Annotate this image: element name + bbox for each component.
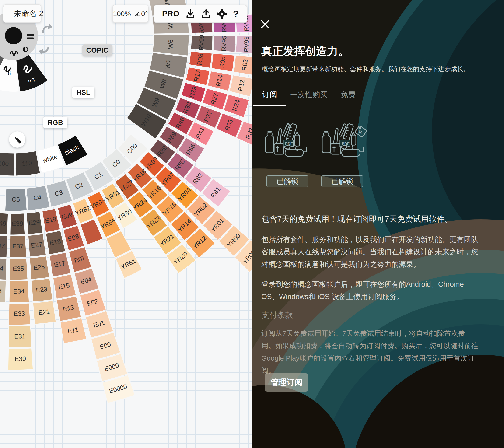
devices-note: 登录到您的概念画板帐户后，即可在您所有的Android、Chrome OS、Wi…: [261, 278, 478, 303]
copic-swatch-label: E27: [31, 241, 43, 249]
copic-swatch-label: E23: [36, 286, 48, 294]
copic-swatch-label: E34: [13, 288, 25, 295]
paywall-tabs: 订阅 一次性购买 免费: [262, 90, 356, 107]
redo-icon[interactable]: [42, 24, 52, 33]
active-brush-wedge[interactable]: [17, 54, 46, 90]
payment-terms-heading: 支付条款: [261, 310, 293, 321]
copic-swatch-label: E49: [0, 220, 6, 227]
import-download-icon[interactable]: [185, 9, 195, 19]
eyedropper-button[interactable]: [9, 131, 25, 148]
zoom-level[interactable]: 100%: [113, 10, 131, 18]
payment-terms-text: 订阅从7天免费试用开始。7天免费试用结束时，将自动扣除首次费用。如果成功扣费，将…: [261, 327, 478, 376]
paywall-title: 真正发挥创造力。: [261, 44, 349, 59]
copic-swatch-label: E31: [14, 333, 26, 340]
tool-wheel[interactable]: 1.68: [0, 11, 52, 90]
copic-swatch-label: W6: [167, 39, 174, 49]
subscription-description: 包括所有套件、服务和功能，以及我们正在开发的新功能。更有团队客服成员真人在线帮您…: [261, 233, 478, 270]
copic-swatch-label: E39: [12, 220, 23, 227]
export-upload-icon[interactable]: [201, 9, 211, 19]
trial-intro-text: 包含7天的免费试用！现在订阅即可7天免费试用软件。: [261, 213, 478, 225]
svg-text:PDF: PDF: [285, 142, 293, 146]
alt-brush-size-label: 8: [8, 70, 11, 76]
art-supplies-sale-illustration: % PDF: [320, 121, 368, 164]
actions-card: PRO: [154, 5, 247, 23]
tab-one-time-purchase[interactable]: 一次性购买: [290, 90, 328, 107]
tab-subscribe[interactable]: 订阅: [253, 90, 286, 107]
pack-illustrations: PDF: [263, 121, 368, 164]
paywall-subtitle: 概念画板定期更新带来新功能、套件和服务。我们在您的支持下进步成长。: [262, 65, 486, 73]
manage-subscription-button[interactable]: 管理订阅: [265, 373, 308, 392]
copic-swatch-label: C4: [33, 194, 42, 202]
tab-free[interactable]: 免费: [341, 90, 356, 107]
pro-badge[interactable]: PRO: [162, 9, 180, 18]
copic-swatch-label: R08: [196, 53, 204, 66]
settings-gear-icon[interactable]: [217, 9, 227, 19]
document-title[interactable]: 未命名 2: [14, 8, 43, 19]
color-mode-copic[interactable]: COPIC: [82, 44, 112, 56]
copic-swatch-label: E33: [14, 310, 25, 317]
paywall-panel: 真正发挥创造力。 概念画板定期更新带来新功能、套件和服务。我们在您的支持下进步成…: [252, 0, 504, 448]
zoom-card: 100% 0°: [112, 5, 149, 23]
copic-swatch-label: 110: [22, 159, 33, 167]
unlock-buttons: 已解锁 已解锁: [267, 176, 363, 187]
unlocked-button-pdf[interactable]: 已解锁: [321, 176, 363, 187]
copic-swatch-label: E35: [13, 265, 24, 272]
app-window: blackwhite110100W4W5W6W7W8W9W10C00C0C1C2…: [0, 0, 504, 448]
copic-swatch-label: E30: [15, 355, 26, 362]
copic-swatch-label: RV95: [220, 36, 228, 51]
copic-swatch-label: E21: [38, 308, 50, 316]
copic-swatch-label: E44: [0, 264, 3, 272]
copic-swatch-label: E37: [12, 243, 24, 250]
help-button[interactable]: ?: [233, 9, 239, 19]
copic-swatch-label: 100: [0, 160, 9, 167]
copic-swatch-label: RV93: [243, 36, 250, 52]
color-mode-hsl[interactable]: HSL: [72, 87, 94, 98]
copic-color-wheel[interactable]: blackwhite110100W4W5W6W7W8W9W10C00C0C1C2…: [0, 0, 252, 448]
color-mode-rgb[interactable]: RGB: [43, 117, 67, 128]
current-color-swatch[interactable]: [5, 27, 22, 44]
art-supplies-illustration: PDF: [263, 121, 311, 164]
copic-swatch-label: R02: [241, 59, 249, 71]
copic-swatch-label: E29: [28, 219, 40, 227]
rotation-angle[interactable]: 0°: [135, 10, 148, 18]
copic-swatch-label: R05: [218, 56, 227, 68]
angle-icon: [135, 11, 141, 17]
sale-tag-icon: %: [355, 125, 367, 137]
close-icon[interactable]: [260, 19, 270, 29]
unlocked-button-plus[interactable]: 已解锁: [267, 176, 308, 187]
document-card: 未命名 2: [3, 4, 41, 23]
copic-swatch-label: E47: [0, 242, 5, 250]
undo-icon[interactable]: [39, 47, 49, 54]
drawing-canvas[interactable]: blackwhite110100W4W5W6W7W8W9W10C00C0C1C2…: [0, 0, 252, 448]
svg-text:PDF: PDF: [342, 142, 350, 146]
copic-swatch-label: RV99: [198, 35, 205, 50]
eyedropper-icon: [12, 134, 22, 145]
copic-swatch-label: E25: [33, 263, 45, 272]
copic-swatch-label: C5: [12, 196, 20, 203]
